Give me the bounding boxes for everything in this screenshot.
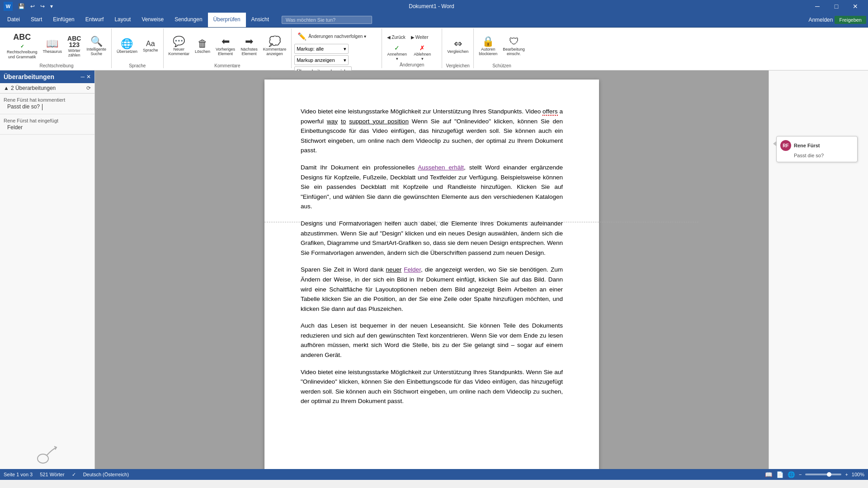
- sidebar-item-header-1: Rene Fürst hat eingefügt: [4, 118, 91, 123]
- link-support: support your position: [349, 118, 409, 125]
- view-btn-read[interactable]: 📖: [765, 471, 773, 478]
- ribbon-btn-ablehnen[interactable]: ✗ Ablehnen ▾: [410, 45, 434, 61]
- ribbon-btn-weiter[interactable]: ▶ Weiter: [409, 30, 431, 44]
- track-changes-icon: ✏️: [297, 32, 307, 41]
- ribbon-btn-thesaurus[interactable]: 📖 Thesaurus: [41, 30, 65, 62]
- ribbon-btn-rechtschreibung[interactable]: ABC✓ Rechtschreibungund Grammatik: [5, 30, 40, 62]
- ribbon-btn-annehmen[interactable]: ✓ Annehmen ▾: [385, 45, 409, 61]
- accept-icon: ✓: [394, 44, 400, 52]
- qat-more[interactable]: ▾: [48, 2, 55, 10]
- ribbon-btn-intelligent[interactable]: 🔍 IntelligenteSuche: [84, 30, 108, 62]
- ribbon-btn-loeschen[interactable]: 🗑 Löschen: [193, 30, 212, 62]
- ribbon-btn-vorheriges[interactable]: ⬅ VorherigesElement: [213, 30, 237, 62]
- tab-start[interactable]: Start: [25, 13, 47, 27]
- zoom-thumb: [827, 472, 831, 477]
- ribbon-btn-kommentare-anzeigen[interactable]: 💭 Kommentareanzeigen: [261, 30, 289, 62]
- rb-btn-label-woerter: Wörterzählen: [68, 48, 80, 57]
- aenderungen-bottom-row: ✓ Annehmen ▾ ✗ Ablehnen ▾: [385, 45, 434, 61]
- login-button[interactable]: Anmelden: [808, 17, 833, 23]
- ribbon-group-label-sprache: Sprache: [114, 62, 160, 68]
- ribbon-btn-sprache[interactable]: Aa Sprache: [141, 30, 160, 62]
- ribbon-btn-neu-kommentar[interactable]: 💬 NeuerKommentar: [166, 30, 192, 62]
- forward-icon: ▶: [411, 35, 415, 40]
- qat-redo[interactable]: ↪: [38, 2, 47, 10]
- qat-undo[interactable]: ↩: [28, 2, 37, 10]
- aenderungen-top-row: ◀ Zurück ▶ Weiter: [385, 30, 430, 44]
- ribbon-btn-naechstes[interactable]: ➡ NächstesElement: [238, 30, 260, 62]
- rb-btn-label-kommentare-anzeigen: Kommentareanzeigen: [263, 47, 287, 56]
- markup-dropdown-label: Markup: alle: [297, 46, 324, 52]
- sidebar-item-content-1: Felder: [4, 124, 91, 131]
- link-way: way: [327, 118, 338, 125]
- status-language-icon: ✓: [72, 472, 76, 478]
- ribbon-content: ABC✓ Rechtschreibungund Grammatik 📖 Thes…: [0, 28, 868, 70]
- block-authors-icon: 🔒: [482, 37, 494, 47]
- ribbon-btn-woerter[interactable]: ABC123 Wörterzählen: [65, 30, 83, 62]
- sidebar-title: Überarbeitungen: [4, 73, 54, 80]
- sidebar-item-0[interactable]: Rene Fürst hat kommentiert Passt die so?: [0, 94, 94, 114]
- tab-layout[interactable]: Layout: [109, 13, 136, 27]
- qat-save[interactable]: 💾: [16, 2, 27, 10]
- markup-dropdown[interactable]: Markup: alle ▾: [294, 44, 349, 54]
- delete-icon: 🗑: [198, 39, 208, 49]
- ribbon-group-sprache-buttons: 🌐 Übersetzen Aa Sprache: [114, 30, 160, 62]
- zoom-plus[interactable]: +: [845, 472, 848, 477]
- word-count-icon: ABC123: [67, 35, 81, 48]
- ribbon-group-schuetzen: 🔒 Autorenblockieren 🛡 Bearbeitungeinschr…: [474, 28, 530, 68]
- rb-btn-label-bearbeitung: Bearbeitungeinschr.: [503, 47, 525, 56]
- ribbon-btn-autoren-blockieren[interactable]: 🔒 Autorenblockieren: [476, 30, 500, 62]
- felder-insert: Felder: [404, 266, 421, 273]
- search-bar: [278, 14, 376, 26]
- rb-btn-label-neu-kommentar: NeuerKommentar: [169, 47, 190, 56]
- refresh-button[interactable]: ⟳: [86, 85, 91, 91]
- zoom-slider[interactable]: [805, 474, 841, 475]
- close-button[interactable]: ✕: [846, 0, 864, 13]
- zoom-minus[interactable]: −: [799, 472, 802, 477]
- tab-datei[interactable]: Datei: [2, 13, 25, 27]
- ribbon-btn-vergleichen[interactable]: ⇔ Vergleichen: [445, 30, 471, 62]
- ribbon-tabs: Datei Start Einfügen Entwurf Layout Verw…: [0, 13, 868, 27]
- tab-einfuegen[interactable]: Einfügen: [47, 13, 80, 27]
- ribbon-group-label-kommentare: Kommentare: [166, 62, 289, 68]
- tab-verweise[interactable]: Verweise: [136, 13, 169, 27]
- ribbon-btn-bearbeitung[interactable]: 🛡 Bearbeitungeinschr.: [500, 30, 527, 62]
- view-btn-web[interactable]: 🌐: [788, 471, 795, 478]
- main-area: Überarbeitungen ─ ✕ ▲ 2 Überarbeitungen …: [0, 70, 868, 469]
- sidebar-collapse-btn[interactable]: ─: [80, 74, 85, 80]
- ribbon-btn-aenderungen-nachverfolgen[interactable]: ✏️ Änderungen nachverfolgen ▾: [294, 30, 369, 42]
- paragraph-5: Auch das Lesen ist bequemer in der neuen…: [301, 321, 563, 360]
- ribbon-group-sprache: 🌐 Übersetzen Aa Sprache Sprache: [112, 28, 164, 68]
- search-input[interactable]: [282, 16, 372, 24]
- sidebar-decoration: [0, 439, 94, 469]
- tab-ueberprufen[interactable]: Überprüfen: [208, 13, 246, 27]
- sidebar-count: ▲ 2 Überarbeitungen ⟳: [0, 83, 94, 94]
- tab-ansicht[interactable]: Ansicht: [246, 13, 274, 27]
- sidebar-item-header-0: Rene Fürst hat kommentiert: [4, 97, 91, 103]
- ribbon-btn-uebersetzen[interactable]: 🌐 Übersetzen: [114, 30, 140, 62]
- ribbon-group-aenderungen-buttons: ◀ Zurück ▶ Weiter ✓ Annehmen ▾ ✗ Ablehne…: [385, 30, 439, 61]
- aussehen-text: Aussehen erhält: [418, 164, 464, 171]
- sidebar-header-buttons: ─ ✕: [80, 74, 91, 80]
- markup-show-arrow: ▾: [344, 57, 346, 63]
- page-margin: [283, 107, 283, 459]
- ribbon-group-vergleichen: ⇔ Vergleichen Vergleichen: [442, 28, 474, 68]
- minimize-button[interactable]: ─: [808, 0, 826, 13]
- restore-button[interactable]: □: [827, 0, 845, 13]
- tab-entwurf[interactable]: Entwurf: [80, 13, 109, 27]
- ribbon-btn-zurueck[interactable]: ◀ Zurück: [385, 30, 408, 44]
- document-area: Video bietet eine leistungsstarke Möglic…: [95, 70, 769, 469]
- tab-sendungen[interactable]: Sendungen: [169, 13, 208, 27]
- word-icon: W: [4, 2, 13, 11]
- sidebar-close-btn[interactable]: ✕: [86, 74, 91, 80]
- show-comments-icon: 💭: [269, 37, 281, 47]
- paragraph-6: Video bietet eine leistungsstarke Möglic…: [301, 367, 563, 406]
- neuer-link: neuer: [386, 266, 402, 273]
- title-bar-controls: ─ □ ✕: [808, 0, 864, 13]
- markup-show-dropdown[interactable]: Markup anzeigen ▾: [294, 55, 349, 65]
- view-btn-print[interactable]: 📄: [776, 471, 784, 478]
- sidebar-item-1[interactable]: Rene Fürst hat eingefügt Felder: [0, 114, 94, 135]
- share-button[interactable]: Freigeben: [835, 16, 866, 24]
- compare-icon: ⇔: [454, 39, 462, 49]
- reject-icon: ✗: [420, 44, 425, 52]
- ribbon-group-label-rechtschreibung: Rechtschreibung: [5, 62, 108, 68]
